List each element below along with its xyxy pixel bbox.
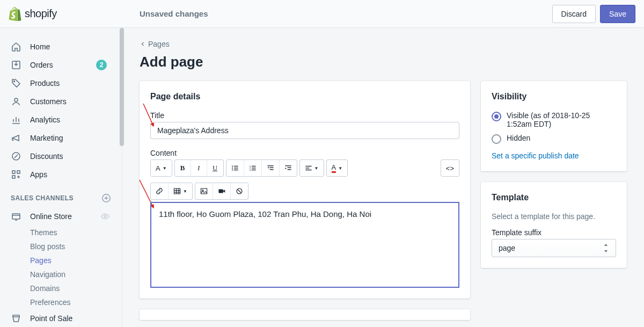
sidebar-sub-themes[interactable]: Themes bbox=[0, 226, 122, 239]
discounts-icon bbox=[11, 151, 21, 162]
svg-rect-27 bbox=[287, 168, 291, 168]
sidebar-item-label: Products bbox=[30, 79, 60, 88]
sidebar-item-discounts[interactable]: Discounts bbox=[0, 147, 122, 165]
sidebar-item-analytics[interactable]: Analytics bbox=[0, 111, 122, 129]
sidebar-item-customers[interactable]: Customers bbox=[0, 92, 122, 111]
online-store-icon bbox=[11, 211, 21, 222]
svg-rect-29 bbox=[305, 166, 311, 166]
svg-rect-33 bbox=[201, 188, 207, 194]
title-input[interactable] bbox=[150, 122, 459, 139]
logo-area: shopify bbox=[9, 7, 140, 21]
sidebar-item-label: Point of Sale bbox=[30, 314, 72, 323]
svg-rect-18 bbox=[251, 166, 255, 166]
template-card: Template Select a template for this page… bbox=[481, 182, 627, 268]
sidebar-item-orders[interactable]: Orders 2 bbox=[0, 56, 122, 74]
discard-button[interactable]: Discard bbox=[552, 5, 596, 23]
sidebar-item-label: Orders bbox=[30, 61, 53, 69]
template-suffix-value: page bbox=[499, 244, 515, 252]
save-button[interactable]: Save bbox=[600, 5, 635, 23]
sidebar-item-apps[interactable]: Apps bbox=[0, 165, 122, 184]
topbar-actions: Discard Save bbox=[552, 5, 635, 23]
svg-rect-25 bbox=[269, 169, 273, 170]
template-suffix-select[interactable]: page bbox=[492, 239, 616, 257]
radio-selected-icon bbox=[492, 112, 501, 121]
sidebar-sub-domains[interactable]: Domains bbox=[0, 281, 122, 295]
analytics-icon bbox=[11, 114, 21, 125]
outdent-button[interactable] bbox=[262, 160, 280, 176]
svg-point-1 bbox=[14, 81, 15, 82]
numbered-list-button[interactable]: 123 bbox=[244, 160, 262, 176]
publish-date-link[interactable]: Set a specific publish date bbox=[492, 151, 579, 160]
sidebar-sub-blog-posts[interactable]: Blog posts bbox=[0, 239, 122, 253]
svg-text:3: 3 bbox=[249, 169, 251, 171]
html-view-button[interactable]: <> bbox=[441, 160, 459, 176]
sales-channels-header: SALES CHANNELS bbox=[0, 184, 122, 207]
image-button[interactable] bbox=[195, 183, 213, 199]
align-button[interactable]: ▼ bbox=[300, 160, 324, 176]
indent-button[interactable] bbox=[280, 160, 297, 176]
orders-icon bbox=[11, 60, 21, 70]
text-color-button[interactable]: A▼ bbox=[327, 160, 348, 176]
sidebar-item-label: Apps bbox=[30, 170, 47, 179]
template-heading: Template bbox=[492, 193, 616, 202]
svg-point-9 bbox=[104, 215, 106, 217]
visibility-hidden-label: Hidden bbox=[507, 134, 530, 142]
template-description: Select a template for this page. bbox=[492, 212, 616, 221]
italic-button[interactable]: I bbox=[191, 160, 207, 176]
link-button[interactable] bbox=[151, 183, 169, 199]
bold-button[interactable]: B bbox=[175, 160, 191, 176]
lower-card bbox=[140, 309, 470, 320]
topbar: shopify Unsaved changes Discard Save bbox=[0, 0, 644, 28]
video-button[interactable] bbox=[213, 183, 231, 199]
underline-button[interactable]: U bbox=[207, 160, 223, 176]
page-title: Add page bbox=[140, 54, 627, 70]
sidebar-sub-navigation[interactable]: Navigation bbox=[0, 267, 122, 281]
editor-toolbar: A▼ B I U 123 bbox=[150, 159, 459, 200]
section-label: SALES CHANNELS bbox=[11, 194, 74, 202]
breadcrumb-label: Pages bbox=[148, 40, 170, 48]
brand-name: shopify bbox=[25, 8, 57, 20]
svg-rect-30 bbox=[305, 168, 309, 168]
editor-text: 11th floor, Ho Guom Plaza, 102 Tran Phu,… bbox=[159, 209, 371, 219]
svg-rect-22 bbox=[251, 170, 255, 170]
visibility-visible-option[interactable]: Visible (as of 2018-10-25 1:52am EDT) bbox=[492, 111, 616, 128]
font-format-button[interactable]: A▼ bbox=[151, 160, 172, 176]
add-channel-icon[interactable] bbox=[101, 193, 111, 203]
shopify-logo-icon bbox=[9, 7, 21, 21]
clear-format-button[interactable] bbox=[231, 183, 248, 199]
content-editor[interactable]: 11th floor, Ho Guom Plaza, 102 Tran Phu,… bbox=[150, 202, 459, 288]
main-content: Pages Add page Page details Title Conten… bbox=[122, 28, 644, 327]
sidebar-sub-preferences[interactable]: Preferences bbox=[0, 295, 122, 309]
bullet-list-button[interactable] bbox=[226, 160, 244, 176]
svg-point-2 bbox=[14, 98, 18, 101]
sidebar-item-label: Analytics bbox=[30, 115, 60, 124]
svg-rect-16 bbox=[233, 170, 238, 170]
sidebar-item-label: Customers bbox=[30, 97, 67, 106]
preview-icon[interactable] bbox=[100, 212, 110, 221]
customers-icon bbox=[11, 96, 21, 107]
svg-rect-20 bbox=[251, 168, 255, 168]
sidebar-item-products[interactable]: Products bbox=[0, 74, 122, 92]
table-button[interactable]: ▼ bbox=[169, 183, 192, 199]
sidebar-item-online-store[interactable]: Online Store bbox=[0, 207, 122, 226]
content-label: Content bbox=[150, 149, 459, 157]
sidebar-item-label: Online Store bbox=[30, 212, 72, 221]
page-details-card: Page details Title Content A▼ B I bbox=[140, 81, 470, 299]
svg-rect-8 bbox=[12, 214, 20, 219]
sidebar-item-home[interactable]: Home bbox=[0, 38, 122, 56]
svg-rect-26 bbox=[285, 165, 291, 166]
sidebar-item-pos[interactable]: Point of Sale bbox=[0, 309, 122, 327]
sidebar-item-marketing[interactable]: Marketing bbox=[0, 129, 122, 147]
select-arrows-icon bbox=[603, 244, 609, 252]
apps-icon bbox=[11, 169, 21, 180]
svg-rect-23 bbox=[267, 165, 273, 166]
svg-rect-12 bbox=[233, 166, 238, 166]
sidebar-item-label: Home bbox=[30, 42, 50, 51]
sidebar-sub-pages[interactable]: Pages bbox=[0, 253, 122, 267]
svg-rect-24 bbox=[269, 168, 273, 168]
svg-rect-32 bbox=[174, 188, 180, 194]
visibility-hidden-option[interactable]: Hidden bbox=[492, 134, 616, 144]
page-details-heading: Page details bbox=[150, 92, 459, 101]
breadcrumb[interactable]: Pages bbox=[140, 37, 627, 52]
title-label: Title bbox=[150, 111, 459, 120]
